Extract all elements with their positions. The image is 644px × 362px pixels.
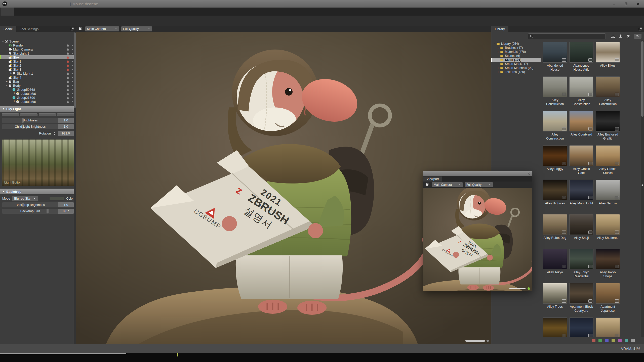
library-folder-row[interactable]: − Library (954) — [491, 42, 541, 46]
scene-tree-row[interactable]: Group21690 — [0, 96, 76, 100]
visibility-dot-icon[interactable] — [70, 84, 74, 87]
workspace-tab[interactable] — [55, 8, 68, 16]
add-item-icon[interactable] — [2, 33, 7, 37]
viewport-mini-scrollbar[interactable] — [465, 340, 485, 342]
sky-light-button[interactable] — [39, 113, 56, 116]
visibility-dot-icon[interactable] — [70, 48, 74, 51]
scene-tree-row[interactable]: Sky 1 — [0, 59, 76, 63]
export-icon[interactable] — [618, 34, 623, 38]
window-control-button[interactable] — [632, 0, 644, 8]
floating-viewport-window[interactable]: Viewport Main Camera Full Quality — [423, 171, 532, 291]
library-item[interactable]: Alley Shoji — [569, 214, 593, 244]
tree-expander[interactable]: └ — [13, 92, 16, 95]
add-item-icon[interactable] — [9, 33, 14, 37]
library-item[interactable]: Alley Construction — [543, 111, 567, 141]
visibility-dot-icon[interactable] — [70, 100, 74, 103]
library-item[interactable]: Alley Graffiti Gate — [569, 145, 593, 175]
panel-popout-icon[interactable] — [638, 27, 642, 31]
library-nav-icon[interactable] — [494, 34, 499, 38]
sky-light-header[interactable]: ▼ Sky Light — [0, 106, 76, 112]
viewport-control-icon[interactable] — [506, 183, 509, 187]
panel-action-icon[interactable] — [55, 33, 59, 37]
visibility-dot-icon[interactable] — [70, 88, 74, 91]
lock-icon[interactable] — [66, 72, 70, 75]
lock-icon[interactable] — [66, 80, 70, 83]
library-item-thumbnail[interactable] — [569, 42, 593, 63]
library-folder-row[interactable]: + Textures (126) — [491, 70, 541, 74]
category-color-swatch[interactable] — [612, 339, 615, 342]
library-item[interactable]: Apartment Block Courtyard — [569, 283, 593, 313]
tool-icon[interactable] — [13, 17, 20, 24]
scene-tree-row[interactable]: └ Sky Light 1 — [0, 71, 76, 75]
visibility-dot-icon[interactable] — [70, 76, 74, 79]
visibility-dot-icon[interactable] — [70, 44, 74, 47]
scene-tree-row[interactable]: + Bag — [0, 79, 76, 83]
viewport-control-icon[interactable] — [464, 27, 468, 31]
library-folder-row[interactable]: + Materials (478) — [491, 50, 541, 54]
scene-tree-row[interactable]: Sky 2 — [0, 63, 76, 67]
quality-select[interactable]: Full Quality — [121, 26, 152, 31]
lock-icon[interactable] — [66, 64, 70, 67]
viewport-control-icon[interactable] — [477, 27, 481, 31]
viewport-control-icon[interactable] — [484, 27, 488, 31]
tab-viewport[interactable]: Viewport — [423, 176, 442, 182]
library-item-thumbnail[interactable] — [569, 214, 593, 235]
library-item-thumbnail[interactable] — [596, 42, 620, 63]
library-search-input[interactable] — [535, 34, 604, 38]
lock-icon[interactable] — [66, 88, 70, 91]
window-control-button[interactable] — [608, 0, 620, 8]
panel-collapse-arrow-icon[interactable] — [640, 183, 644, 187]
slider-value[interactable]: 1.0 — [58, 118, 74, 123]
slider[interactable]: Child-Light Brightness 1.0 — [2, 124, 74, 129]
category-color-swatch[interactable] — [598, 339, 602, 342]
workspace-tab[interactable] — [14, 8, 28, 16]
add-item-icon[interactable] — [30, 33, 35, 37]
scene-tree-row[interactable]: └ defaultMat — [0, 100, 76, 103]
folder-expander[interactable]: + — [497, 51, 500, 53]
sky-light-button[interactable] — [20, 113, 37, 116]
viewport-control-icon[interactable] — [519, 183, 522, 187]
library-item[interactable]: Alley Tokyo Shops — [596, 249, 620, 279]
scene-tree-row[interactable]: Sky Light 1 — [0, 51, 76, 55]
lock-icon[interactable] — [66, 92, 70, 95]
tree-expander[interactable]: + — [5, 80, 8, 83]
library-item[interactable]: Alley Moon Light — [569, 180, 593, 210]
slider-value[interactable]: 1.0 — [58, 124, 74, 129]
slider[interactable]: Backdrop Blur 0.07 — [2, 209, 74, 214]
library-folder-row[interactable]: + Smart Materials (99) — [491, 66, 541, 70]
library-item-thumbnail[interactable] — [596, 283, 620, 304]
library-item-thumbnail[interactable] — [543, 111, 567, 131]
tree-expander[interactable]: └ — [9, 72, 12, 75]
library-item-thumbnail[interactable] — [596, 180, 620, 200]
floating-mini-scrollbar[interactable] — [509, 288, 526, 289]
add-item-icon[interactable] — [37, 33, 42, 37]
scene-panel-scrollbar[interactable] — [74, 32, 76, 344]
lock-icon[interactable] — [66, 48, 70, 51]
library-searchbox[interactable] — [528, 33, 606, 39]
scene-tree-row[interactable]: − Body — [0, 83, 76, 87]
library-item[interactable]: Alley Enclosed Graffiti — [596, 111, 620, 141]
quality-select[interactable]: Full Quality — [465, 182, 493, 187]
rotation-value[interactable]: 921.0 — [58, 131, 74, 136]
viewport-control-icon[interactable] — [512, 183, 516, 187]
library-folder-row[interactable]: + Brushes (47) — [491, 46, 541, 50]
workspace-tab[interactable] — [41, 8, 55, 16]
lock-icon[interactable] — [66, 44, 70, 47]
tab-library[interactable]: Library — [491, 26, 508, 32]
visibility-dot-icon[interactable] — [70, 68, 74, 71]
library-item-thumbnail[interactable] — [569, 76, 593, 97]
library-item[interactable]: Alley Trees — [543, 283, 567, 313]
tool-icon[interactable] — [23, 17, 30, 24]
folder-expander[interactable]: + — [497, 67, 500, 69]
slider[interactable]: Brightness 1.0 — [2, 118, 74, 123]
library-item-thumbnail[interactable] — [569, 180, 593, 200]
lock-icon[interactable] — [66, 52, 70, 55]
library-item-thumbnail[interactable] — [569, 318, 593, 337]
library-item-thumbnail[interactable] — [596, 318, 620, 337]
library-item[interactable]: Alley Graffiti Stucco — [596, 145, 620, 175]
lock-icon[interactable] — [66, 60, 70, 63]
library-footer-icon[interactable] — [576, 338, 581, 342]
library-item[interactable]: Alley Construction — [596, 76, 620, 106]
category-color-swatch[interactable] — [618, 339, 622, 342]
library-item-thumbnail[interactable] — [543, 249, 567, 269]
